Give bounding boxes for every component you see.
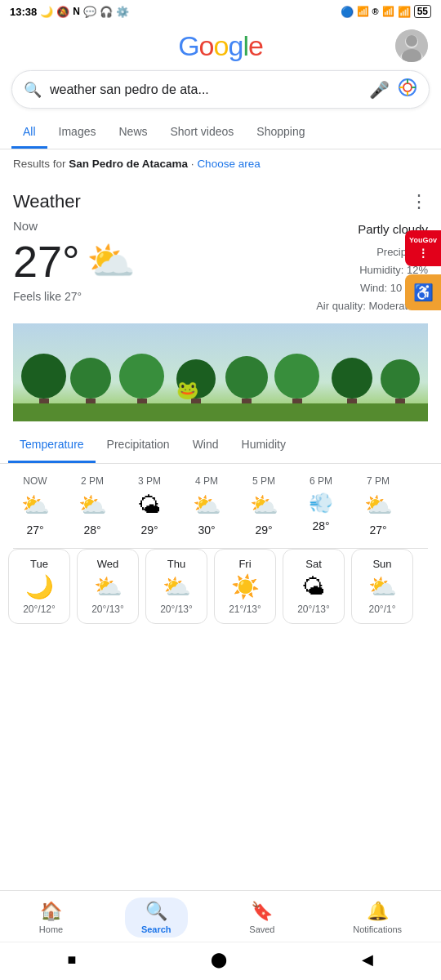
search-input[interactable] [50,82,361,97]
weather-left: Now 27° ⛅ Feels like 27° [13,219,136,303]
search-bar[interactable]: 🔍 🎤 [11,70,430,109]
daily-temps-1: 20°/13° [91,604,124,615]
daily-day-5: Sun [372,558,391,570]
hourly-item: 4 PM ⛅ 30° [180,475,234,537]
weather-tabs: Temperature Precipitation Wind Humidity [0,428,441,464]
weather-more-icon[interactable]: ⋮ [410,191,428,212]
hourly-time-4: 5 PM [252,475,275,487]
daily-day-2: Thu [167,558,185,570]
google-logo: Google [178,30,263,62]
hourly-temp-3: 30° [198,523,215,537]
nav-saved[interactable]: 🔖 Saved [233,898,291,938]
recent-apps-icon[interactable]: ■ [51,947,93,973]
daily-item-tue: Tue 🌙 20°/12° [8,549,70,624]
bottom-spacer [0,635,441,742]
weather-temperature: 27° [13,236,80,287]
tab-images[interactable]: Images [47,117,108,149]
nav-saved-label: Saved [249,924,274,934]
nav-search-label: Search [141,924,172,934]
tab-all[interactable]: All [11,117,47,149]
daily-temps-4: 20°/13° [297,604,330,615]
feels-like: Feels like 27° [13,290,136,303]
weather-tab-wind[interactable]: Wind [181,428,230,463]
choose-area-link[interactable]: Choose area [197,158,260,170]
daily-temps-2: 20°/13° [160,604,193,615]
hourly-icon-1: ⛅ [78,492,107,519]
tab-shopping[interactable]: Shopping [245,117,316,149]
hourly-icon-6: ⛅ [364,492,393,519]
hourly-item: 2 PM ⛅ 28° [65,475,119,537]
results-info: Results for San Pedro de Atacama · Choos… [0,149,441,178]
hourly-time-0: NOW [23,475,47,487]
status-right: 🔵 📶 ® 📶 📶 55 [341,5,431,18]
hourly-time-1: 2 PM [81,475,104,487]
weather-now-label: Now [13,219,136,233]
hourly-time-6: 7 PM [367,475,390,487]
hourly-item: 3 PM 🌤 29° [122,475,176,537]
search-icon: 🔍 [24,81,42,99]
nav-home[interactable]: 🏠 Home [23,898,79,938]
yougov-button[interactable]: YouGov ⋮ [405,230,441,266]
battery-icon: 55 [414,5,431,18]
mic-icon[interactable]: 🎤 [369,80,390,100]
tab-news[interactable]: News [107,117,158,149]
nav-home-label: Home [39,924,63,934]
registered-icon: ® [372,7,379,16]
signal2-icon: 📶 [382,6,394,17]
nfc-icon: N [73,6,80,17]
bottom-nav: 🏠 Home 🔍 Search 🔖 Saved 🔔 Notifications [0,890,441,946]
hourly-icon-4: ⛅ [250,492,278,519]
hourly-temp-0: 27° [26,523,43,537]
yougov-label: YouGov [409,237,437,245]
settings-gear-icon: ⚙️ [116,6,129,18]
daily-item-sat: Sat 🌤 20°/13° [283,549,345,624]
back-icon[interactable]: ◀ [345,946,390,973]
weather-now: Now 27° ⛅ Feels like 27° Partly cloudy P… [13,219,428,315]
search-nav-icon: 🔍 [145,901,167,922]
weather-illustration: 🐸 [13,323,428,421]
tab-short-videos[interactable]: Short videos [159,117,246,149]
weather-temp-row: 27° ⛅ [13,236,136,287]
avatar[interactable] [395,29,428,62]
accessibility-button[interactable]: ♿ [405,274,441,310]
bluetooth-icon: 🔵 [341,6,354,18]
whatsapp-icon: 💬 [83,6,96,18]
daily-day-0: Tue [30,558,48,570]
home-system-icon[interactable]: ⬤ [194,946,243,973]
headphone-icon: 🎧 [100,6,113,18]
accessibility-icon: ♿ [413,283,434,302]
hourly-time-5: 6 PM [310,475,332,487]
system-nav-bar: ■ ⬤ ◀ [0,942,441,980]
daily-day-1: Wed [97,558,119,570]
header: Google [0,23,441,65]
daily-forecast: Tue 🌙 20°/12° Wed ⛅ 20°/13° Thu ⛅ 20°/13… [0,549,441,635]
lens-icon[interactable] [398,78,417,101]
weather-title-row: Weather ⋮ [13,191,428,212]
daily-icon-0: 🌙 [25,573,54,600]
alarm-icon: 🔕 [56,6,69,18]
home-icon: 🏠 [40,901,62,922]
weather-tab-precipitation[interactable]: Precipitation [96,428,181,463]
daily-item-thu: Thu ⛅ 20°/13° [145,549,207,624]
search-tabs: All Images News Short videos Shopping [0,117,441,149]
weather-icon-now: ⛅ [87,238,136,284]
daily-icon-1: ⛅ [94,573,122,600]
daily-temps-3: 21°/13° [229,604,261,615]
daily-day-4: Sat [305,558,322,570]
nav-notifications-label: Notifications [353,924,402,934]
hourly-item: 7 PM ⛅ 27° [351,475,405,537]
yougov-dots: ⋮ [417,247,429,260]
daily-temps-5: 20°/1° [369,604,396,615]
nav-search[interactable]: 🔍 Search [125,898,188,938]
hourly-temp-1: 28° [83,523,100,537]
hourly-temp-6: 27° [369,523,386,537]
hourly-icon-3: ⛅ [193,492,221,519]
weather-tab-humidity[interactable]: Humidity [230,428,297,463]
weather-tab-temperature[interactable]: Temperature [8,428,96,463]
nav-notifications[interactable]: 🔔 Notifications [336,898,418,938]
saved-icon: 🔖 [251,901,273,922]
hourly-time-3: 4 PM [195,475,218,487]
daily-icon-4: 🌤 [302,573,325,600]
frog-character: 🐸 [176,380,198,401]
daily-icon-5: ⛅ [368,573,397,600]
